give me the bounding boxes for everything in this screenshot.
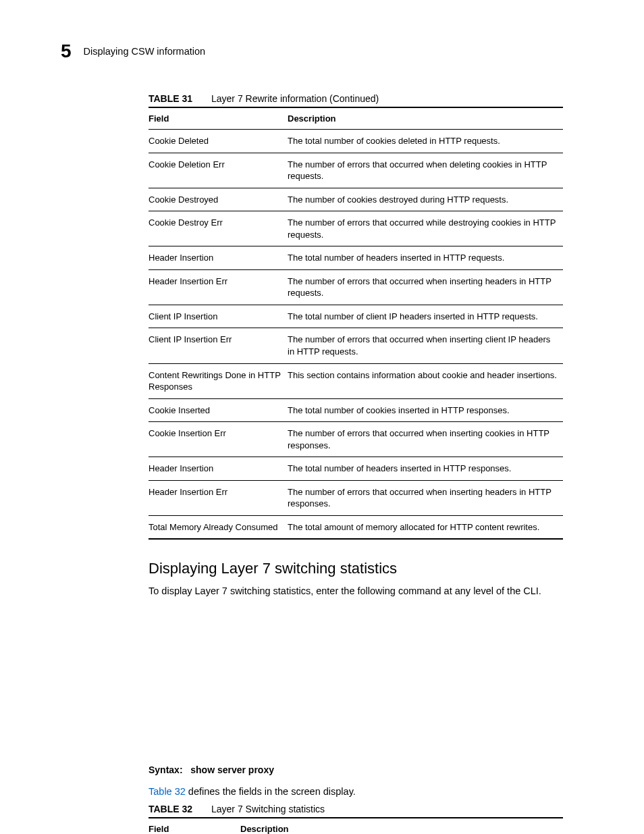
cell-desc: The number of errors that occurred when … [288,480,563,515]
cell-field: Cookie Deletion Err [149,153,288,188]
table31-caption: TABLE 31 Layer 7 Rewrite information (Co… [149,93,563,104]
running-header: 5 Displaying CSW information [61,41,563,62]
cell-desc: The number of cookies destroyed during H… [288,188,563,211]
table-row: Client IP Insertion ErrThe number of err… [149,328,563,363]
cell-field: Content Rewritings Done in HTTP Response… [149,363,288,398]
table-row: Header Insertion ErrThe number of errors… [149,269,563,305]
cell-desc: The total number of headers inserted in … [288,246,563,270]
chapter-number: 5 [61,41,72,62]
table-row: Cookie Destroy ErrThe number of errors t… [149,211,563,246]
cell-field: Header Insertion Err [149,480,288,515]
cell-field: Total Memory Already Consumed [149,515,288,539]
table-header-row: Field Description [149,818,563,834]
cell-desc: The total number of cookies deleted in H… [288,130,563,153]
code-block-placeholder [149,604,563,759]
cell-desc: The total number of client IP headers in… [288,305,563,328]
table-row: Cookie DeletedThe total number of cookie… [149,130,563,153]
table31-body: Cookie DeletedThe total number of cookie… [149,130,563,540]
table31-title: Layer 7 Rewrite information (Continued) [211,93,379,104]
table-row: Cookie DestroyedThe number of cookies de… [149,188,563,211]
syntax-label: Syntax: [149,764,183,775]
table-header-row: Field Description [149,107,563,130]
cell-field: Header Insertion [149,457,288,481]
th-desc: Description [288,107,563,130]
cell-desc: The number of errors that occurred when … [288,328,563,363]
table-row: Cookie InsertedThe total number of cooki… [149,398,563,422]
cell-desc: The total amount of memory allocated for… [288,515,563,539]
content-body: TABLE 31 Layer 7 Rewrite information (Co… [149,93,563,834]
cell-field: Cookie Deleted [149,130,288,153]
table31-number: TABLE 31 [149,93,192,104]
cell-field: Client IP Insertion [149,305,288,328]
cell-desc: This section contains information about … [288,363,563,398]
cell-desc: The total number of cookies inserted in … [288,398,563,422]
cell-desc: The total number of headers inserted in … [288,457,563,481]
table32: Field Description Slot allocNumber of pr… [149,817,563,834]
running-title: Displaying CSW information [84,46,206,57]
syntax-line: Syntax: show server proxy [149,764,563,775]
crossref-text: defines the fields in the screen display… [186,786,356,797]
cell-desc: The number of errors that occurred when … [288,153,563,188]
cell-field: Cookie Inserted [149,398,288,422]
table-row: Total Memory Already ConsumedThe total a… [149,515,563,539]
section-intro: To display Layer 7 switching statistics,… [149,584,563,598]
table-row: Header InsertionThe total number of head… [149,457,563,481]
cell-field: Header Insertion [149,246,288,270]
table-row: Cookie Deletion ErrThe number of errors … [149,153,563,188]
table32-number: TABLE 32 [149,804,192,814]
syntax-command: show server proxy [190,764,274,775]
table-row: Header Insertion ErrThe number of errors… [149,480,563,515]
cell-desc: The number of errors that occurred while… [288,211,563,246]
cell-field: Client IP Insertion Err [149,328,288,363]
table-row: Content Rewritings Done in HTTP Response… [149,363,563,398]
table32-caption: TABLE 32 Layer 7 Switching statistics [149,804,563,814]
cell-field: Cookie Destroy Err [149,211,288,246]
crossref-para: Table 32 defines the fields in the scree… [149,785,563,798]
table-row: Client IP InsertionThe total number of c… [149,305,563,328]
table-row: Cookie Insertion ErrThe number of errors… [149,422,563,457]
table32-title: Layer 7 Switching statistics [211,804,325,814]
table-row: Header InsertionThe total number of head… [149,246,563,270]
page: 5 Displaying CSW information TABLE 31 La… [0,0,644,834]
th-field: Field [149,107,288,130]
cell-field: Header Insertion Err [149,269,288,305]
cell-desc: The number of errors that occurred when … [288,422,563,457]
cell-field: Cookie Destroyed [149,188,288,211]
crossref-link[interactable]: Table 32 [149,786,186,797]
th-field: Field [149,818,240,834]
cell-field: Cookie Insertion Err [149,422,288,457]
table31: Field Description Cookie DeletedThe tota… [149,107,563,540]
th-desc: Description [240,818,563,834]
section-heading: Displaying Layer 7 switching statistics [149,560,563,577]
cell-desc: The number of errors that occurred when … [288,269,563,305]
